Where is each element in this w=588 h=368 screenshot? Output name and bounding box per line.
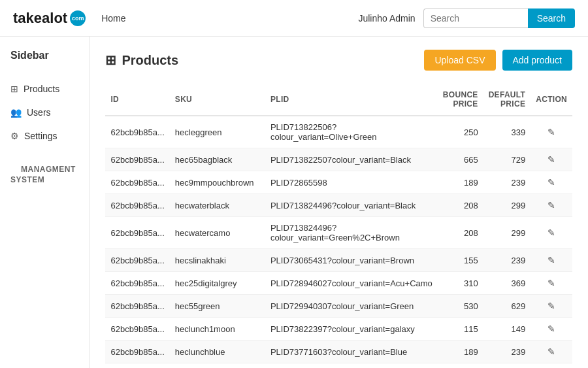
col-header-action: ACTION xyxy=(531,84,572,116)
search-button[interactable]: Search xyxy=(528,8,575,28)
table-row: 62bcb9b85a... hec9mmpouchbrown PLID72865… xyxy=(105,171,572,194)
cell-id: 62bcb9b85a... xyxy=(105,249,169,272)
cell-action: ✎ xyxy=(531,116,572,148)
table-header-row: ID SKU PLID BOUNCE PRICE DEFAULT PRICE A… xyxy=(105,84,572,116)
edit-icon[interactable]: ✎ xyxy=(547,324,555,334)
cell-sku: hecslinakhaki xyxy=(170,249,265,272)
cell-plid: PLID728946027colour_variant=Acu+Camo xyxy=(265,272,438,295)
sidebar-item-users[interactable]: 👥 Users xyxy=(0,101,89,124)
cell-sku: hec25digitalgrey xyxy=(170,272,265,295)
cell-default-price: 299 xyxy=(483,363,531,369)
cell-sku: hec55green xyxy=(170,295,265,318)
cell-id: 62bcb9b85a... xyxy=(105,217,169,249)
search-box: Search xyxy=(423,8,575,28)
cell-bounce-price: 189 xyxy=(438,171,483,194)
main-nav: Home xyxy=(101,13,125,24)
sidebar-item-settings[interactable]: ⚙ Settings xyxy=(0,124,89,148)
cell-plid: PLID729940307colour_variant=Green xyxy=(265,295,438,318)
cell-sku: hecwatercamo xyxy=(170,217,265,249)
cell-sku: heclunch1moon xyxy=(170,318,265,341)
cell-plid: PLID713824496?colour_variant=Green%2C+Br… xyxy=(265,217,438,249)
edit-icon[interactable]: ✎ xyxy=(547,255,555,265)
table-row: 62bcb9b85a... hecslinakhaki PLID73065431… xyxy=(105,249,572,272)
table-row: 62bcb9b85a... hecleggreen PLID713822506?… xyxy=(105,116,572,148)
page-title-text: Products xyxy=(122,53,178,68)
cell-bounce-price: 155 xyxy=(438,249,483,272)
cell-plid: PLID73771603?colour_variant=Blue xyxy=(265,341,438,363)
sidebar-item-products[interactable]: ⊞ Products xyxy=(0,77,89,101)
table-row: 62bcb9b85a... hecshoulderbagkhaki1 PLID7… xyxy=(105,363,572,369)
cell-id: 62bcb9b85a... xyxy=(105,363,169,369)
cell-plid: PLID713824496?colour_variant=Black xyxy=(265,194,438,217)
header-actions: Upload CSV Add product xyxy=(424,50,572,71)
page-title-icon: ⊞ xyxy=(105,52,116,68)
cell-action: ✎ xyxy=(531,272,572,295)
cell-action: ✎ xyxy=(531,148,572,171)
cell-default-price: 149 xyxy=(483,318,531,341)
cell-sku: heclunchblue xyxy=(170,341,265,363)
table-row: 62bcb9b85a... heclunch1moon PLID73822397… xyxy=(105,318,572,341)
cell-bounce-price: 208 xyxy=(438,217,483,249)
sidebar-nav: ⊞ Products 👥 Users ⚙ Settings xyxy=(0,77,89,148)
cell-default-price: 299 xyxy=(483,217,531,249)
cell-default-price: 239 xyxy=(483,341,531,363)
edit-icon[interactable]: ✎ xyxy=(547,177,555,188)
cell-id: 62bcb9b85a... xyxy=(105,194,169,217)
search-input[interactable] xyxy=(423,8,528,28)
cell-bounce-price: 530 xyxy=(438,295,483,318)
table-body: 62bcb9b85a... hecleggreen PLID713822506?… xyxy=(105,116,572,368)
edit-icon[interactable]: ✎ xyxy=(547,154,555,165)
cell-action: ✎ xyxy=(531,249,572,272)
products-table: ID SKU PLID BOUNCE PRICE DEFAULT PRICE A… xyxy=(105,84,572,368)
cell-sku: hecshoulderbagkhaki1 xyxy=(170,363,265,369)
cell-default-price: 369 xyxy=(483,272,531,295)
table-header: ID SKU PLID BOUNCE PRICE DEFAULT PRICE A… xyxy=(105,84,572,116)
col-header-sku: SKU xyxy=(170,84,265,116)
cell-sku: hec65bagblack xyxy=(170,148,265,171)
cell-bounce-price: 310 xyxy=(438,272,483,295)
edit-icon[interactable]: ✎ xyxy=(547,278,555,288)
cell-plid: PLID72865598 xyxy=(265,171,438,194)
table-row: 62bcb9b85a... hec55green PLID729940307co… xyxy=(105,295,572,318)
table-row: 62bcb9b85a... hecwaterblack PLID71382449… xyxy=(105,194,572,217)
table-row: 62bcb9b85a... hec65bagblack PLID71382250… xyxy=(105,148,572,171)
col-header-bounce-price: BOUNCE PRICE xyxy=(438,84,483,116)
cell-plid: PLID73822397?colour_variant=galaxy xyxy=(265,318,438,341)
edit-icon[interactable]: ✎ xyxy=(547,346,555,357)
cell-plid: PLID713822506?colour_variant=Olive+Green xyxy=(265,116,438,148)
page-title: ⊞ Products xyxy=(105,52,178,68)
cell-id: 62bcb9b85a... xyxy=(105,341,169,363)
cell-action: ✎ xyxy=(531,341,572,363)
cell-bounce-price: 250 xyxy=(438,116,483,148)
nav-home-link[interactable]: Home xyxy=(101,13,125,24)
col-header-plid: PLID xyxy=(265,84,438,116)
cell-action: ✎ xyxy=(531,217,572,249)
edit-icon[interactable]: ✎ xyxy=(547,127,555,137)
cell-bounce-price: 219 xyxy=(438,363,483,369)
add-product-button[interactable]: Add product xyxy=(502,50,573,71)
sidebar-title: Sidebar xyxy=(0,50,89,72)
edit-icon[interactable]: ✎ xyxy=(547,301,555,311)
cell-id: 62bcb9b85a... xyxy=(105,116,169,148)
logo: takealot com xyxy=(13,10,86,27)
upload-csv-button[interactable]: Upload CSV xyxy=(424,50,495,71)
sidebar-management-label: Managment System xyxy=(10,154,76,187)
cell-default-price: 339 xyxy=(483,116,531,148)
body: Sidebar ⊞ Products 👥 Users ⚙ Settings Ma… xyxy=(0,37,588,368)
edit-icon[interactable]: ✎ xyxy=(547,200,555,210)
edit-icon[interactable]: ✎ xyxy=(547,227,555,238)
cell-default-price: 629 xyxy=(483,295,531,318)
logo-badge: com xyxy=(70,10,86,26)
cell-default-price: 239 xyxy=(483,249,531,272)
page-header: ⊞ Products Upload CSV Add product xyxy=(105,50,572,71)
cell-sku: hecwaterblack xyxy=(170,194,265,217)
cell-default-price: 729 xyxy=(483,148,531,171)
cell-plid: PLID713822507colour_variant=Black xyxy=(265,148,438,171)
cell-bounce-price: 665 xyxy=(438,148,483,171)
grid-icon: ⊞ xyxy=(10,84,18,94)
cell-default-price: 239 xyxy=(483,171,531,194)
cell-id: 62bcb9b85a... xyxy=(105,295,169,318)
table-row: 62bcb9b85a... heclunchblue PLID73771603?… xyxy=(105,341,572,363)
settings-icon: ⚙ xyxy=(10,131,19,141)
app-header: takealot com Home Julinho Admin Search xyxy=(0,0,588,37)
